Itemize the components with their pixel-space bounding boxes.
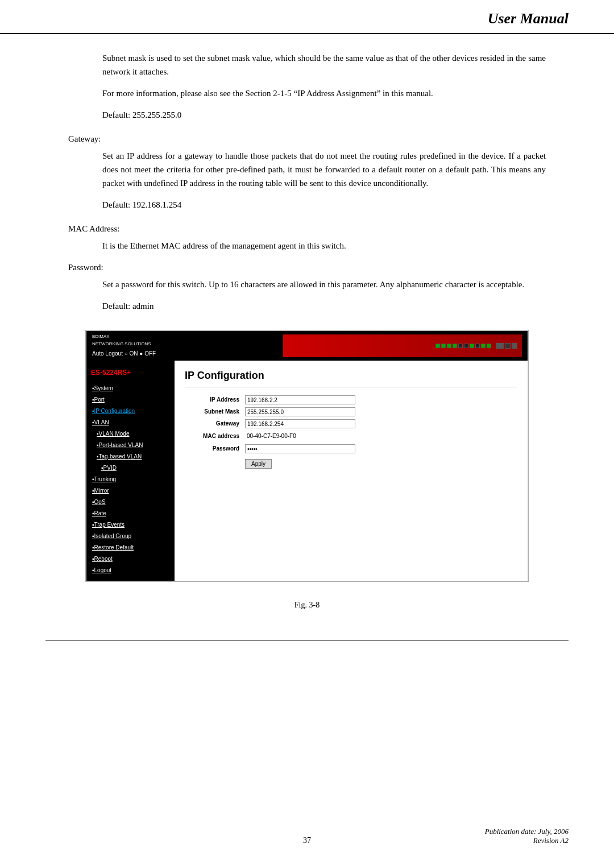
mac-address-label: MAC address xyxy=(185,432,242,441)
port-icon-2 xyxy=(441,344,446,348)
sidebar-link-isolated-group[interactable]: ▪Isolated Group xyxy=(92,533,131,539)
gateway-label: Gateway: xyxy=(68,132,546,146)
page-header: User Manual xyxy=(0,0,614,34)
gateway-field-label: Gateway xyxy=(185,419,242,428)
sidebar-item-logout[interactable]: ▪Logout xyxy=(86,565,175,576)
port-icon-5 xyxy=(458,344,463,348)
sidebar-link-mirror[interactable]: ▪Mirror xyxy=(92,487,109,494)
sidebar-link-reboot[interactable]: ▪Reboot xyxy=(92,556,113,562)
page-number: 37 xyxy=(303,836,311,845)
sidebar-item-restore-default[interactable]: ▪Restore Default xyxy=(86,542,175,553)
sidebar-item-tag-based-vlan[interactable]: ▪Tag-based VLAN xyxy=(86,451,175,462)
password-input[interactable] xyxy=(245,444,355,453)
port-block-1 xyxy=(496,343,504,349)
router-top-bar: EDIMAX NETWORKING SOLUTIONS Auto Logout … xyxy=(86,331,528,361)
sidebar-item-pvid[interactable]: ▪PVID xyxy=(86,462,175,474)
sidebar-item-port-based-vlan[interactable]: ▪Port-based VLAN xyxy=(86,440,175,451)
port-icon-3 xyxy=(447,344,451,348)
port-icon-4 xyxy=(453,344,457,348)
sidebar-item-port[interactable]: ▪Port xyxy=(86,394,175,406)
sidebar-link-trap-events[interactable]: ▪Trap Events xyxy=(92,522,125,528)
router-main: ES-5224RS+ ▪System ▪Port ▪IP Configurati… xyxy=(86,361,528,581)
default-gateway: Default: 192.168.1.254 xyxy=(102,198,546,212)
password-field-label: Password xyxy=(185,444,242,453)
sidebar-link-port-based-vlan[interactable]: ▪Port-based VLAN xyxy=(97,442,143,448)
port-icon-9 xyxy=(481,344,486,348)
router-ui: EDIMAX NETWORKING SOLUTIONS Auto Logout … xyxy=(86,330,528,581)
sidebar-link-logout[interactable]: ▪Logout xyxy=(92,567,111,573)
sidebar-item-reboot[interactable]: ▪Reboot xyxy=(86,553,175,565)
sidebar-link-qos[interactable]: ▪QoS xyxy=(92,499,106,505)
password-label: Password: xyxy=(68,261,546,274)
router-logo-area: EDIMAX NETWORKING SOLUTIONS Auto Logout … xyxy=(92,333,156,358)
sidebar-item-vlan-mode[interactable]: ▪VLAN Mode xyxy=(86,428,175,440)
port-block-2 xyxy=(505,343,511,349)
port-icon-6 xyxy=(464,344,468,348)
sidebar-link-vlan[interactable]: ▪VLAN xyxy=(92,419,109,425)
ip-config-content: IP Configuration IP Address Subnet Mask … xyxy=(175,361,528,581)
port-icon-7 xyxy=(470,344,474,348)
logo-main: EDIMAX xyxy=(92,333,156,341)
device-name: ES-5224RS+ xyxy=(86,365,175,383)
default-subnet: Default: 255.255.255.0 xyxy=(102,108,546,122)
sidebar-item-rate[interactable]: ▪Rate xyxy=(86,508,175,519)
sidebar-item-mirror[interactable]: ▪Mirror xyxy=(86,485,175,497)
port-icons xyxy=(435,343,517,349)
ip-form: IP Address Subnet Mask Gateway MAC addre… xyxy=(185,395,355,453)
sidebar-link-restore-default[interactable]: ▪Restore Default xyxy=(92,544,134,551)
main-content: Subnet mask is used to set the subnet ma… xyxy=(0,34,614,640)
fig-caption: Fig. 3-8 xyxy=(68,599,546,611)
sidebar-item-ip-configuration[interactable]: ▪IP Configuration xyxy=(86,406,175,417)
subnet-mask-label: Subnet Mask xyxy=(185,407,242,416)
ip-address-input[interactable] xyxy=(245,395,355,404)
gateway-text: Set an IP address for a gateway to handl… xyxy=(102,151,546,188)
password-para: Set a password for this switch. Up to 16… xyxy=(102,278,546,291)
port-block-3 xyxy=(512,343,517,349)
mac-text: It is the Ethernet MAC address of the ma… xyxy=(102,241,346,250)
page-title: User Manual xyxy=(488,10,569,27)
password-text: Set a password for this switch. Up to 16… xyxy=(102,280,524,289)
port-icon-10 xyxy=(487,344,491,348)
sidebar-item-isolated-group[interactable]: ▪Isolated Group xyxy=(86,531,175,542)
mac-label: MAC Address: xyxy=(68,222,546,235)
sidebar-link-rate[interactable]: ▪Rate xyxy=(92,510,106,516)
port-icon-8 xyxy=(475,344,480,348)
autologout-text[interactable]: Auto Logout ○ ON ● OFF xyxy=(92,349,156,358)
sidebar-link-vlan-mode[interactable]: ▪VLAN Mode xyxy=(97,431,129,437)
apply-button[interactable]: Apply xyxy=(245,459,272,469)
sidebar-link-system[interactable]: ▪System xyxy=(92,385,113,391)
sidebar-link-port[interactable]: ▪Port xyxy=(92,396,105,403)
pub-date: Publication date: July, 2006 xyxy=(485,827,569,836)
mac-para: It is the Ethernet MAC address of the ma… xyxy=(102,239,546,253)
sidebar-link-ip-configuration[interactable]: ▪IP Configuration xyxy=(92,408,135,414)
subnet-para: Subnet mask is used to set the subnet ma… xyxy=(102,51,546,78)
sidebar: ES-5224RS+ ▪System ▪Port ▪IP Configurati… xyxy=(86,361,175,581)
subnet-text: Subnet mask is used to set the subnet ma… xyxy=(102,53,546,76)
sidebar-link-pvid[interactable]: ▪PVID xyxy=(101,465,117,471)
ip-address-label: IP Address xyxy=(185,395,242,404)
revision: Revision A2 xyxy=(485,836,569,845)
page-footer: Publication date: July, 2006 Revision A2 xyxy=(485,827,569,845)
port-icon-1 xyxy=(435,344,440,348)
sidebar-link-tag-based-vlan[interactable]: ▪Tag-based VLAN xyxy=(97,453,142,460)
sidebar-item-trunking[interactable]: ▪Trunking xyxy=(86,474,175,485)
sidebar-item-trap-events[interactable]: ▪Trap Events xyxy=(86,519,175,531)
sidebar-item-system[interactable]: ▪System xyxy=(86,383,175,394)
gateway-input[interactable] xyxy=(245,419,355,428)
more-info-para: For more information, please also see th… xyxy=(102,86,546,100)
sidebar-link-trunking[interactable]: ▪Trunking xyxy=(92,476,116,482)
screenshot-container: EDIMAX NETWORKING SOLUTIONS Auto Logout … xyxy=(85,330,529,582)
router-logo: EDIMAX NETWORKING SOLUTIONS xyxy=(92,333,156,348)
footer-divider xyxy=(45,640,569,640)
more-info-text: For more information, please also see th… xyxy=(102,89,433,98)
router-header-image xyxy=(283,334,522,357)
default-password: Default: admin xyxy=(102,299,546,313)
subnet-mask-input[interactable] xyxy=(245,407,355,416)
mac-address-value: 00-40-C7-E9-00-F0 xyxy=(245,431,355,441)
logo-sub: NETWORKING SOLUTIONS xyxy=(92,341,156,348)
sidebar-item-vlan[interactable]: ▪VLAN xyxy=(86,417,175,428)
gateway-para: Set an IP address for a gateway to handl… xyxy=(102,149,546,190)
sidebar-item-qos[interactable]: ▪QoS xyxy=(86,497,175,508)
ip-config-title: IP Configuration xyxy=(185,367,517,388)
